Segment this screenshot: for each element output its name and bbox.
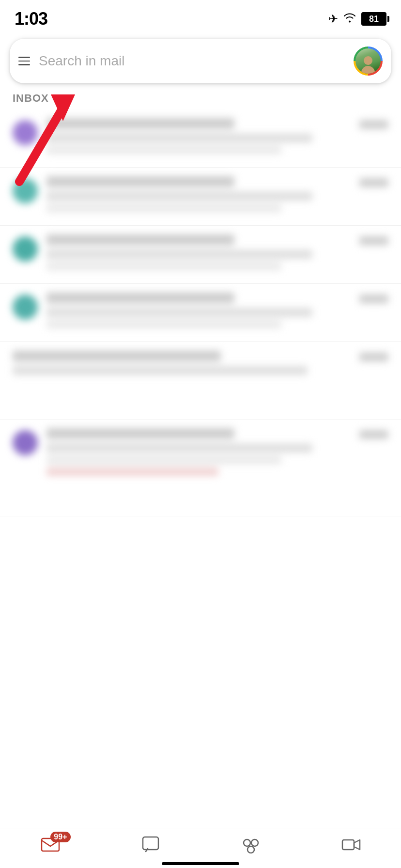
mail-content <box>46 118 359 154</box>
inbox-label: INBOX <box>0 89 401 109</box>
mail-sender <box>46 428 234 439</box>
status-time: 1:03 <box>15 9 47 29</box>
mail-subject <box>13 366 308 375</box>
home-indicator <box>162 862 239 865</box>
mail-content <box>46 428 359 476</box>
svg-point-7 <box>247 846 254 853</box>
mail-time <box>359 353 388 361</box>
svg-point-6 <box>251 839 258 846</box>
avatar[interactable] <box>354 46 383 76</box>
hamburger-menu-icon[interactable] <box>18 57 30 65</box>
avatar-person <box>361 56 375 74</box>
mail-icon-wrapper: 99+ <box>41 837 60 853</box>
mail-content <box>13 351 359 379</box>
mail-subject <box>46 134 312 142</box>
nav-item-mail[interactable]: 99+ <box>0 837 100 853</box>
mail-item[interactable] <box>0 419 401 516</box>
search-bar[interactable]: Search in mail <box>10 39 391 83</box>
mail-preview-extra <box>46 468 218 476</box>
wifi-icon <box>343 12 356 26</box>
nav-item-spaces[interactable] <box>200 836 301 853</box>
mail-preview <box>46 146 281 154</box>
mail-list <box>0 109 401 574</box>
mail-time <box>359 120 388 129</box>
sender-avatar <box>13 120 38 145</box>
battery-indicator: 81 <box>361 12 386 26</box>
meet-icon-wrapper <box>341 837 361 852</box>
mail-preview <box>46 263 281 270</box>
mail-badge: 99+ <box>50 832 70 842</box>
airplane-icon: ✈ <box>328 12 338 26</box>
search-placeholder[interactable]: Search in mail <box>39 53 345 69</box>
svg-point-5 <box>244 839 250 846</box>
mail-subject <box>46 308 312 317</box>
mail-sender <box>46 176 234 187</box>
mail-sender <box>46 118 234 129</box>
meet-icon <box>341 837 361 852</box>
mail-time <box>359 294 388 303</box>
sender-avatar <box>13 236 38 262</box>
sender-avatar <box>13 178 38 203</box>
sender-avatar <box>13 294 38 320</box>
sender-avatar <box>13 430 38 455</box>
mail-item[interactable] <box>0 226 401 284</box>
spaces-icon-wrapper <box>241 836 261 853</box>
mail-sender <box>13 351 221 361</box>
mail-sender <box>46 293 234 303</box>
mail-subject <box>46 444 312 452</box>
avatar-inner <box>355 48 381 74</box>
search-container: Search in mail <box>10 39 391 83</box>
mail-sender <box>46 234 234 245</box>
svg-rect-8 <box>342 840 354 850</box>
mail-item[interactable] <box>0 109 401 168</box>
chat-icon <box>142 836 159 853</box>
status-icons: ✈ 81 <box>328 12 386 26</box>
status-bar: 1:03 ✈ 81 <box>0 0 401 34</box>
mail-preview <box>46 204 281 212</box>
mail-time <box>359 178 388 187</box>
mail-subject <box>46 250 312 259</box>
mail-item[interactable] <box>0 284 401 342</box>
mail-subject <box>46 192 312 201</box>
nav-item-meet[interactable] <box>301 837 401 852</box>
avatar-body <box>361 66 375 74</box>
mail-content <box>46 293 359 328</box>
mail-content <box>46 234 359 270</box>
svg-rect-4 <box>143 837 158 850</box>
mail-time <box>359 236 388 245</box>
mail-item[interactable] <box>0 168 401 226</box>
mail-preview <box>46 456 281 464</box>
mail-item[interactable] <box>0 342 401 419</box>
avatar-head <box>364 56 372 65</box>
mail-content <box>46 176 359 212</box>
mail-time <box>359 430 388 439</box>
chat-icon-wrapper <box>142 836 159 853</box>
spaces-icon <box>241 836 261 853</box>
mail-preview <box>46 321 281 328</box>
nav-item-chat[interactable] <box>100 836 200 853</box>
